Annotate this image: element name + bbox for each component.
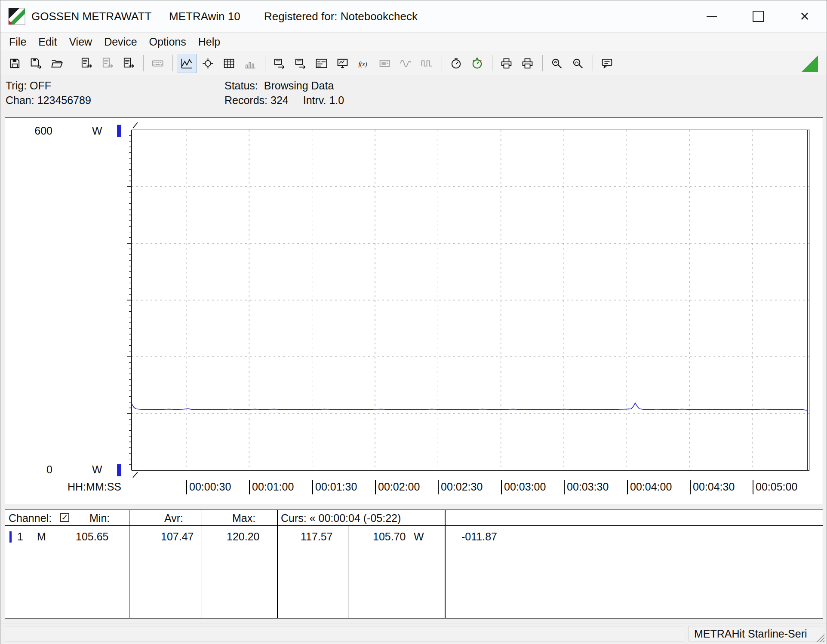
menu-help[interactable]: Help	[192, 34, 226, 50]
minimize-button[interactable]	[698, 0, 726, 32]
stopwatch-icon	[471, 57, 483, 70]
save-button[interactable]	[5, 54, 25, 73]
status-bar-message-area	[5, 626, 684, 641]
crosshair-icon	[202, 57, 214, 70]
channel-row-color-marker	[9, 531, 12, 543]
waveform-2-button[interactable]	[417, 54, 437, 73]
stopwatch-button[interactable]	[467, 54, 487, 73]
toolbar-separator	[72, 55, 72, 71]
channel-number: 1	[17, 531, 23, 543]
device-display-button[interactable]	[375, 54, 395, 73]
waveform-button[interactable]	[396, 54, 416, 73]
records-value: 324	[271, 94, 289, 106]
cursor-delta-value: -011.87	[461, 531, 497, 543]
keyboard-button[interactable]	[148, 54, 168, 73]
export-table-icon	[101, 57, 114, 70]
memo-icon	[601, 57, 613, 70]
title-bar: GOSSEN METRAWATT METRAwin 10 Registered …	[0, 0, 827, 33]
minimize-icon	[707, 16, 717, 17]
export-table-button[interactable]	[97, 54, 117, 73]
send-window-icon	[273, 57, 286, 70]
device-name: METRAHit Starline-Seri	[694, 628, 807, 640]
channel-visible-checkbox[interactable]: ✓	[60, 513, 69, 522]
toolbar	[0, 51, 827, 75]
save-as-icon	[30, 57, 42, 70]
zoom-mode-button[interactable]	[547, 54, 567, 73]
x-tick-label: 00:00:30	[186, 480, 231, 494]
status-bar: METRAHit Starline-Seri	[0, 623, 827, 644]
line-chart-icon	[181, 57, 193, 70]
save-as-button[interactable]	[26, 54, 46, 73]
x-tick-label: 00:04:00	[627, 480, 672, 494]
print-preview-icon	[521, 57, 534, 70]
min-value: 105.65	[76, 531, 108, 543]
channel-color-marker	[117, 464, 121, 476]
send-to-window-button[interactable]	[269, 54, 289, 73]
keyboard-icon	[151, 57, 164, 70]
memo-button[interactable]	[597, 54, 617, 73]
meter-clock-button[interactable]	[446, 54, 466, 73]
min-header: Min:	[89, 512, 110, 524]
zoom-curve-button[interactable]	[568, 54, 588, 73]
monitor-button[interactable]	[332, 54, 353, 73]
menu-view[interactable]: View	[63, 34, 98, 50]
table-header-divider	[5, 525, 823, 526]
app-window: GOSSEN METRAWATT METRAwin 10 Registered …	[0, 0, 827, 644]
formula-button[interactable]	[354, 54, 374, 73]
app-logo-icon	[8, 8, 25, 25]
menu-edit[interactable]: Edit	[32, 34, 63, 50]
trig-value: OFF	[30, 80, 51, 92]
maximize-icon	[753, 11, 764, 22]
x-tick-label: 00:03:00	[501, 480, 546, 494]
view-line-chart-button[interactable]	[177, 54, 197, 73]
table-divider	[129, 510, 129, 618]
table-divider	[277, 510, 278, 618]
maximize-button[interactable]	[744, 0, 772, 32]
toolbar-separator	[492, 55, 492, 71]
channel-mode: M	[37, 531, 46, 543]
view-histogram-button[interactable]	[240, 54, 260, 73]
view-scope-button[interactable]	[198, 54, 218, 73]
save-icon	[9, 57, 21, 70]
title-brand: GOSSEN METRAWATT	[31, 0, 151, 32]
view-table-button[interactable]	[219, 54, 239, 73]
open-button[interactable]	[47, 54, 67, 73]
cursor-unit: W	[414, 531, 424, 543]
plot-frame	[132, 130, 809, 470]
menu-file[interactable]: File	[3, 34, 32, 50]
table-divider	[202, 510, 202, 618]
print-button[interactable]	[496, 54, 516, 73]
cursor1-marker[interactable]	[133, 472, 138, 478]
printer-icon	[500, 57, 513, 70]
y-axis-min-label: 0	[21, 463, 52, 476]
export-report-icon	[80, 57, 92, 70]
menu-options[interactable]: Options	[143, 34, 192, 50]
table-divider	[445, 510, 446, 618]
cursor1-marker[interactable]	[133, 123, 138, 128]
export-data-icon	[122, 57, 135, 70]
table-divider	[348, 525, 348, 618]
zoom-icon	[550, 57, 563, 70]
send-to-window-2-button[interactable]	[290, 54, 311, 73]
export-report-button[interactable]	[76, 54, 96, 73]
cursor2-value: 105.70	[373, 531, 406, 543]
toolbar-separator	[542, 55, 543, 71]
table-divider	[57, 510, 57, 618]
x-tick-label: 00:01:00	[249, 480, 294, 494]
toolbar-separator	[143, 55, 144, 71]
chart-panel[interactable]: 600 W 0 W HH:MM:SS 00:00:3000:01:0000:01…	[5, 117, 823, 504]
device-status-field: METRAHit Starline-Seri	[689, 626, 823, 641]
power-line-chart[interactable]	[5, 118, 823, 504]
resize-grip[interactable]	[814, 632, 825, 643]
timeline-button[interactable]	[311, 54, 332, 73]
menu-device[interactable]: Device	[98, 34, 143, 50]
x-tick-label: 00:02:30	[438, 480, 483, 494]
print-preview-button[interactable]	[517, 54, 538, 73]
close-button[interactable]: ×	[791, 0, 818, 32]
channel-color-marker	[117, 125, 121, 137]
avr-value: 107.47	[161, 531, 194, 543]
toolbar-separator	[172, 55, 173, 71]
export-data-button[interactable]	[118, 54, 138, 73]
meter-clock-icon	[450, 57, 462, 70]
avr-header: Avr:	[164, 512, 183, 524]
